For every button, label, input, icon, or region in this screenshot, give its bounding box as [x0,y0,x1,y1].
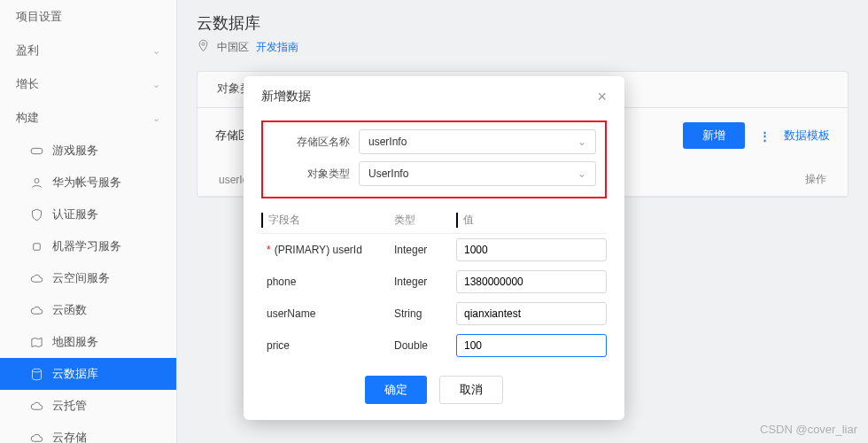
field-value-input[interactable] [456,334,607,357]
field-type: Integer [394,244,456,256]
modal-object-label: 对象类型 [272,167,350,182]
highlighted-form-section: 存储区名称 userInfo⌄ 对象类型 UserInfo⌄ [261,120,607,198]
field-row: userNameString [261,298,607,330]
modal-overlay: 新增数据 × 存储区名称 userInfo⌄ 对象类型 UserInfo⌄ 字段… [0,0,868,443]
field-value-input[interactable] [456,302,607,325]
field-row: *(PRIMARY) userIdInteger [261,234,607,266]
confirm-button[interactable]: 确定 [365,376,427,404]
cancel-button[interactable]: 取消 [439,376,503,404]
field-row: priceDouble [261,330,607,361]
field-row: phoneInteger [261,266,607,298]
field-type: Double [394,339,456,352]
chevron-down-icon: ⌄ [577,136,586,148]
chevron-down-icon: ⌄ [577,167,586,180]
field-value-input[interactable] [456,270,607,293]
field-name: *(PRIMARY) userId [261,244,394,256]
col-value-header: 值 [456,213,607,228]
field-name: userName [261,307,394,320]
field-value-input[interactable] [456,238,607,261]
close-icon[interactable]: × [597,89,607,105]
add-data-modal: 新增数据 × 存储区名称 userInfo⌄ 对象类型 UserInfo⌄ 字段… [244,76,624,420]
modal-object-select[interactable]: UserInfo⌄ [359,161,596,186]
modal-title: 新增数据 [261,89,311,105]
col-field-header: 字段名 [261,213,394,228]
field-type: String [394,307,456,320]
field-type: Integer [394,276,456,288]
field-name: price [261,339,394,352]
modal-storage-label: 存储区名称 [272,135,350,150]
col-type-header: 类型 [394,213,456,228]
field-name: phone [261,276,394,288]
modal-storage-select[interactable]: userInfo⌄ [359,129,596,154]
